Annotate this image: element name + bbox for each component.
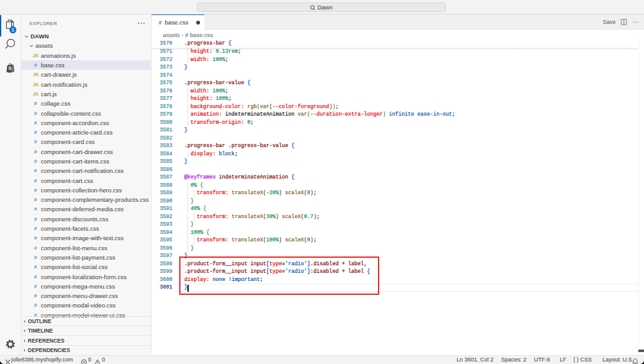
svg-text:S: S [8,65,11,71]
